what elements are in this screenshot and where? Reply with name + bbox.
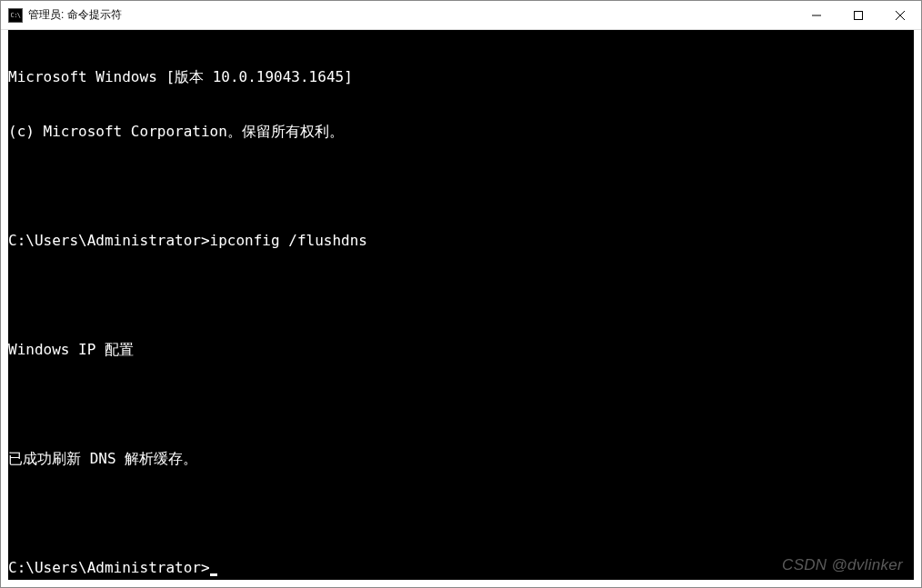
cmd-icon: C:\ [8, 8, 23, 23]
terminal-line [8, 504, 914, 523]
terminal-line: C:\Users\Administrator>ipconfig /flushdn… [8, 232, 914, 250]
terminal-line [8, 286, 914, 304]
svg-rect-1 [855, 11, 863, 19]
cmd-icon-text: C:\ [10, 12, 20, 19]
terminal-line: (c) Microsoft Corporation。保留所有权利。 [8, 123, 914, 141]
maximize-icon [854, 11, 863, 20]
minimize-icon [812, 11, 821, 20]
terminal-line [8, 395, 914, 414]
window-title: 管理员: 命令提示符 [28, 7, 796, 23]
close-icon [896, 11, 905, 20]
terminal-prompt: C:\Users\Administrator> [8, 559, 210, 576]
terminal-line: 已成功刷新 DNS 解析缓存。 [8, 450, 914, 468]
close-button[interactable] [879, 1, 921, 29]
cursor [210, 573, 217, 576]
terminal-prompt-line: C:\Users\Administrator> [8, 559, 914, 577]
watermark: CSDN @dvlinker [782, 556, 903, 574]
terminal-line [8, 177, 914, 195]
terminal-area[interactable]: Microsoft Windows [版本 10.0.19043.1645] (… [8, 30, 914, 580]
titlebar: C:\ 管理员: 命令提示符 [1, 1, 921, 30]
window-controls [796, 1, 921, 29]
terminal-line: Microsoft Windows [版本 10.0.19043.1645] [8, 68, 914, 86]
terminal-line: Windows IP 配置 [8, 341, 914, 359]
maximize-button[interactable] [837, 1, 879, 29]
minimize-button[interactable] [796, 1, 837, 29]
